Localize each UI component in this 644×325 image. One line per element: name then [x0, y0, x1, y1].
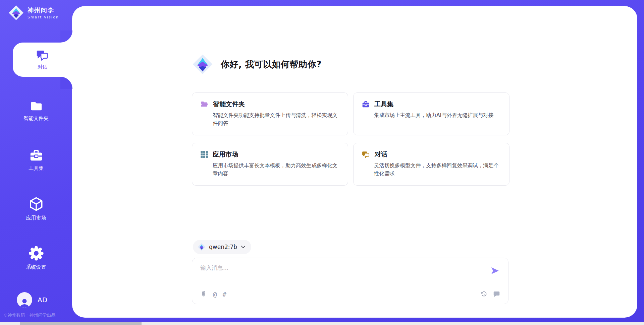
diamond-logo-icon: [8, 5, 24, 21]
briefcase-icon: [362, 101, 370, 108]
card-title: 对话: [375, 150, 387, 159]
card-description: 集成市场上主流工具，助力AI与外界无缝扩展与对接: [374, 111, 501, 119]
composer-divider: [192, 286, 508, 286]
composer-toolbar: @ #: [200, 290, 500, 298]
feature-cards: 智能文件夹 智能文件夹功能支持批量文件上传与清洗，轻松实现文件问答 工具集 集成…: [192, 92, 509, 186]
user-initials: AD: [38, 296, 47, 304]
toolbox-icon: [29, 149, 44, 162]
card-description: 智能文件夹功能支持批量文件上传与清洗，轻松实现文件问答: [213, 111, 340, 127]
horizontal-scrollbar-thumb[interactable]: [20, 322, 142, 325]
paperclip-icon[interactable]: [200, 290, 207, 298]
history-icon[interactable]: [480, 290, 487, 298]
sidebar-item-toolset[interactable]: 工具集: [0, 149, 72, 172]
folder-open-icon: [200, 101, 209, 108]
diamond-logo-icon: [192, 54, 213, 75]
at-icon[interactable]: @: [213, 291, 217, 298]
model-selector[interactable]: qwen2:7b: [193, 240, 251, 254]
brand-subtitle: Smart Vision: [28, 15, 59, 19]
card-title: 智能文件夹: [213, 100, 245, 109]
page-title: 你好, 我可以如何帮助你?: [221, 59, 322, 70]
folder-icon: [29, 100, 44, 112]
sidebar-item-label: 对话: [38, 64, 48, 70]
message-composer: @ #: [192, 258, 508, 304]
card-chat[interactable]: 对话 灵活切换多模型文件，支持多样回复效果调试，满足个性化需求: [353, 143, 509, 186]
sidebar-item-smart-folder[interactable]: 智能文件夹: [0, 100, 72, 122]
card-app-market[interactable]: 应用市场 应用市场提供丰富长文本模板，助力高效生成多样化文章内容: [192, 143, 348, 186]
chat-icon: [362, 151, 370, 158]
tab-curve-bottom: [60, 77, 72, 89]
sidebar-item-settings[interactable]: 系统设置: [0, 246, 72, 270]
send-icon[interactable]: [491, 266, 500, 275]
user-profile[interactable]: AD: [17, 292, 47, 308]
sidebar-item-chat[interactable]: 对话: [13, 43, 72, 77]
card-description: 灵活切换多模型文件，支持多样回复效果调试，满足个性化需求: [374, 161, 501, 178]
greeting: 你好, 我可以如何帮助你?: [192, 54, 322, 75]
card-smart-folder[interactable]: 智能文件夹 智能文件夹功能支持批量文件上传与清洗，轻松实现文件问答: [192, 92, 348, 135]
apps-grid-icon: [200, 150, 208, 158]
brand: 神州问学 Smart Vision: [8, 5, 59, 21]
gear-icon: [29, 246, 44, 261]
message-input[interactable]: [200, 262, 475, 273]
hash-icon[interactable]: #: [222, 291, 226, 298]
brand-name: 神州问学: [28, 6, 59, 14]
message-icon[interactable]: [493, 290, 500, 298]
card-title: 应用市场: [213, 150, 238, 159]
tab-curve-top: [60, 30, 72, 43]
sidebar-item-label: 智能文件夹: [23, 115, 49, 122]
sidebar-item-app-market[interactable]: 应用市场: [0, 196, 72, 221]
chevron-down-icon: [240, 245, 246, 249]
model-name: qwen2:7b: [209, 244, 237, 250]
diamond-logo-icon: [198, 243, 206, 251]
sidebar-item-label: 系统设置: [26, 264, 46, 270]
card-title: 工具集: [374, 100, 393, 109]
chat-icon: [36, 49, 49, 62]
card-description: 应用市场提供丰富长文本模板，助力高效生成多样化文章内容: [213, 161, 340, 178]
sidebar-item-label: 工具集: [29, 165, 44, 172]
sidebar-item-label: 应用市场: [26, 215, 46, 221]
avatar: [17, 292, 32, 308]
card-toolset[interactable]: 工具集 集成市场上主流工具，助力AI与外界无缝扩展与对接: [353, 92, 509, 135]
cube-icon: [29, 196, 44, 212]
copyright-text: ©神州数码 · 神州问学出品: [3, 312, 70, 318]
